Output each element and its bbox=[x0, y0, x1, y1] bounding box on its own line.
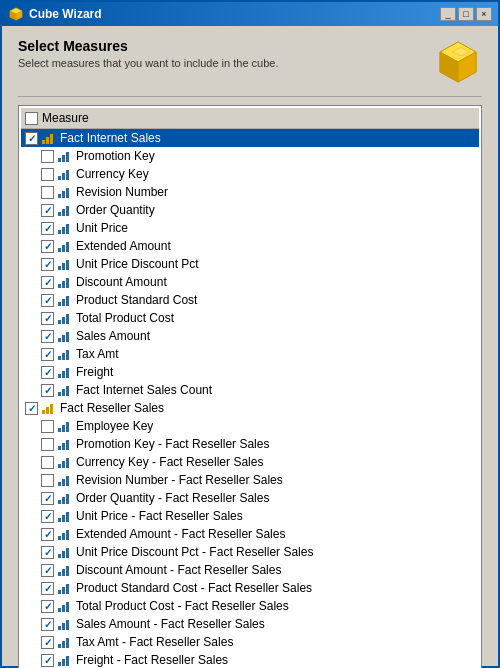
maximize-button[interactable]: □ bbox=[458, 7, 474, 21]
minimize-button[interactable]: _ bbox=[440, 7, 456, 21]
checkbox-fact-internet-sales-count[interactable] bbox=[41, 384, 54, 397]
checkbox-unit-price[interactable] bbox=[41, 222, 54, 235]
measures-list[interactable]: Measure Fact Internet SalesPromotion Key… bbox=[18, 105, 482, 668]
header-checkbox[interactable] bbox=[25, 112, 38, 125]
list-item-unit-price-discount-pct[interactable]: Unit Price Discount Pct bbox=[21, 255, 479, 273]
list-item-unit-price[interactable]: Unit Price bbox=[21, 219, 479, 237]
checkbox-product-standard-cost-reseller[interactable] bbox=[41, 582, 54, 595]
cube-wizard-window: Cube Wizard _ □ × Select Measures Select… bbox=[0, 0, 500, 668]
bar-chart-icon bbox=[58, 366, 72, 378]
item-label-fact-internet-sales: Fact Internet Sales bbox=[60, 131, 161, 145]
list-item-extended-amount-reseller[interactable]: Extended Amount - Fact Reseller Sales bbox=[21, 525, 479, 543]
list-item-extended-amount[interactable]: Extended Amount bbox=[21, 237, 479, 255]
checkbox-employee-key[interactable] bbox=[41, 420, 54, 433]
list-item-sales-amount-reseller[interactable]: Sales Amount - Fact Reseller Sales bbox=[21, 615, 479, 633]
checkbox-promotion-key[interactable] bbox=[41, 150, 54, 163]
item-label-extended-amount-reseller: Extended Amount - Fact Reseller Sales bbox=[76, 527, 285, 541]
checkbox-unit-price-discount-pct[interactable] bbox=[41, 258, 54, 271]
list-item-discount-amount[interactable]: Discount Amount bbox=[21, 273, 479, 291]
bar-chart-icon bbox=[58, 474, 72, 486]
checkbox-revision-number-reseller[interactable] bbox=[41, 474, 54, 487]
bar-chart-icon bbox=[58, 204, 72, 216]
checkbox-extended-amount[interactable] bbox=[41, 240, 54, 253]
list-item-employee-key[interactable]: Employee Key bbox=[21, 417, 479, 435]
checkbox-currency-key[interactable] bbox=[41, 168, 54, 181]
header-text: Select Measures Select measures that you… bbox=[18, 38, 279, 69]
list-item-product-standard-cost-reseller[interactable]: Product Standard Cost - Fact Reseller Sa… bbox=[21, 579, 479, 597]
checkbox-product-standard-cost[interactable] bbox=[41, 294, 54, 307]
item-label-revision-number-reseller: Revision Number - Fact Reseller Sales bbox=[76, 473, 283, 487]
item-label-total-product-cost-reseller: Total Product Cost - Fact Reseller Sales bbox=[76, 599, 289, 613]
list-item-freight-reseller[interactable]: Freight - Fact Reseller Sales bbox=[21, 651, 479, 668]
list-item-discount-amount-reseller[interactable]: Discount Amount - Fact Reseller Sales bbox=[21, 561, 479, 579]
checkbox-sales-amount-reseller[interactable] bbox=[41, 618, 54, 631]
list-item-unit-price-reseller[interactable]: Unit Price - Fact Reseller Sales bbox=[21, 507, 479, 525]
bar-chart-icon bbox=[58, 330, 72, 342]
checkbox-total-product-cost-reseller[interactable] bbox=[41, 600, 54, 613]
checkbox-freight[interactable] bbox=[41, 366, 54, 379]
list-item-fact-internet-sales[interactable]: Fact Internet Sales bbox=[21, 129, 479, 147]
checkbox-discount-amount[interactable] bbox=[41, 276, 54, 289]
list-item-currency-key[interactable]: Currency Key bbox=[21, 165, 479, 183]
item-label-product-standard-cost: Product Standard Cost bbox=[76, 293, 197, 307]
checkbox-fact-reseller-sales[interactable] bbox=[25, 402, 38, 415]
list-item-revision-number-reseller[interactable]: Revision Number - Fact Reseller Sales bbox=[21, 471, 479, 489]
checkbox-tax-amt-reseller[interactable] bbox=[41, 636, 54, 649]
bar-chart-icon bbox=[58, 258, 72, 270]
list-item-freight[interactable]: Freight bbox=[21, 363, 479, 381]
checkbox-unit-price-discount-pct-reseller[interactable] bbox=[41, 546, 54, 559]
checkbox-freight-reseller[interactable] bbox=[41, 654, 54, 667]
checkbox-sales-amount[interactable] bbox=[41, 330, 54, 343]
list-item-total-product-cost[interactable]: Total Product Cost bbox=[21, 309, 479, 327]
checkbox-discount-amount-reseller[interactable] bbox=[41, 564, 54, 577]
bar-chart-icon bbox=[58, 384, 72, 396]
list-item-tax-amt-reseller[interactable]: Tax Amt - Fact Reseller Sales bbox=[21, 633, 479, 651]
list-item-total-product-cost-reseller[interactable]: Total Product Cost - Fact Reseller Sales bbox=[21, 597, 479, 615]
header-divider bbox=[18, 96, 482, 97]
checkbox-currency-key-reseller[interactable] bbox=[41, 456, 54, 469]
checkbox-revision-number[interactable] bbox=[41, 186, 54, 199]
checkbox-tax-amt[interactable] bbox=[41, 348, 54, 361]
item-label-promotion-key: Promotion Key bbox=[76, 149, 155, 163]
checkbox-extended-amount-reseller[interactable] bbox=[41, 528, 54, 541]
bar-chart-icon bbox=[58, 294, 72, 306]
list-item-tax-amt[interactable]: Tax Amt bbox=[21, 345, 479, 363]
checkbox-promotion-key-reseller[interactable] bbox=[41, 438, 54, 451]
bar-chart-icon bbox=[42, 402, 56, 414]
checkbox-total-product-cost[interactable] bbox=[41, 312, 54, 325]
item-label-fact-internet-sales-count: Fact Internet Sales Count bbox=[76, 383, 212, 397]
checkbox-order-quantity-reseller[interactable] bbox=[41, 492, 54, 505]
bar-chart-icon bbox=[58, 312, 72, 324]
item-label-sales-amount: Sales Amount bbox=[76, 329, 150, 343]
list-item-order-quantity[interactable]: Order Quantity bbox=[21, 201, 479, 219]
list-item-revision-number[interactable]: Revision Number bbox=[21, 183, 479, 201]
bar-chart-icon bbox=[58, 654, 72, 666]
item-label-discount-amount-reseller: Discount Amount - Fact Reseller Sales bbox=[76, 563, 281, 577]
list-item-unit-price-discount-pct-reseller[interactable]: Unit Price Discount Pct - Fact Reseller … bbox=[21, 543, 479, 561]
bar-chart-icon bbox=[58, 420, 72, 432]
list-item-fact-internet-sales-count[interactable]: Fact Internet Sales Count bbox=[21, 381, 479, 399]
page-subtitle: Select measures that you want to include… bbox=[18, 57, 279, 69]
item-label-unit-price-reseller: Unit Price - Fact Reseller Sales bbox=[76, 509, 243, 523]
bar-chart-icon bbox=[58, 618, 72, 630]
bar-chart-icon bbox=[58, 276, 72, 288]
list-item-fact-reseller-sales[interactable]: Fact Reseller Sales bbox=[21, 399, 479, 417]
checkbox-unit-price-reseller[interactable] bbox=[41, 510, 54, 523]
list-item-sales-amount[interactable]: Sales Amount bbox=[21, 327, 479, 345]
close-button[interactable]: × bbox=[476, 7, 492, 21]
item-label-discount-amount: Discount Amount bbox=[76, 275, 167, 289]
list-item-currency-key-reseller[interactable]: Currency Key - Fact Reseller Sales bbox=[21, 453, 479, 471]
title-bar-left: Cube Wizard bbox=[8, 6, 102, 22]
item-label-sales-amount-reseller: Sales Amount - Fact Reseller Sales bbox=[76, 617, 265, 631]
list-item-product-standard-cost[interactable]: Product Standard Cost bbox=[21, 291, 479, 309]
item-label-total-product-cost: Total Product Cost bbox=[76, 311, 174, 325]
checkbox-order-quantity[interactable] bbox=[41, 204, 54, 217]
checkbox-fact-internet-sales[interactable] bbox=[25, 132, 38, 145]
item-label-currency-key: Currency Key bbox=[76, 167, 149, 181]
list-item-order-quantity-reseller[interactable]: Order Quantity - Fact Reseller Sales bbox=[21, 489, 479, 507]
list-item-promotion-key[interactable]: Promotion Key bbox=[21, 147, 479, 165]
bar-chart-icon bbox=[58, 510, 72, 522]
bar-chart-icon bbox=[58, 168, 72, 180]
item-label-promotion-key-reseller: Promotion Key - Fact Reseller Sales bbox=[76, 437, 269, 451]
list-item-promotion-key-reseller[interactable]: Promotion Key - Fact Reseller Sales bbox=[21, 435, 479, 453]
